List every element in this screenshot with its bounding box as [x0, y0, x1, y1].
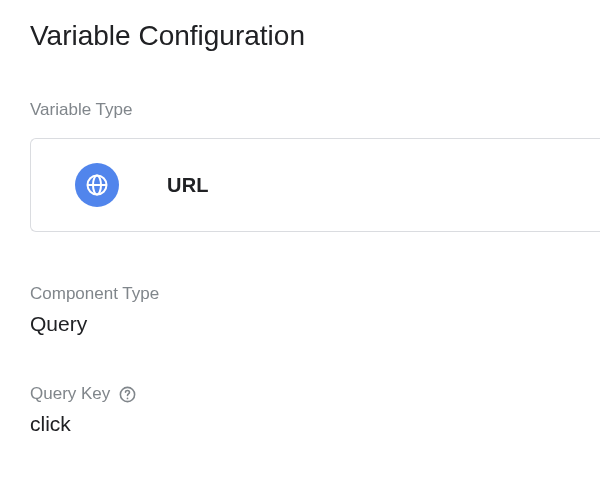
component-type-label: Component Type [30, 284, 600, 304]
svg-point-4 [127, 397, 129, 399]
variable-type-name: URL [167, 174, 209, 197]
component-type-value: Query [30, 312, 600, 336]
page-title: Variable Configuration [30, 20, 600, 52]
help-icon[interactable] [118, 385, 137, 404]
globe-icon [75, 163, 119, 207]
query-key-value: click [30, 412, 600, 436]
query-key-label: Query Key [30, 384, 110, 404]
variable-type-label: Variable Type [30, 100, 600, 120]
variable-type-selector[interactable]: URL [30, 138, 600, 232]
